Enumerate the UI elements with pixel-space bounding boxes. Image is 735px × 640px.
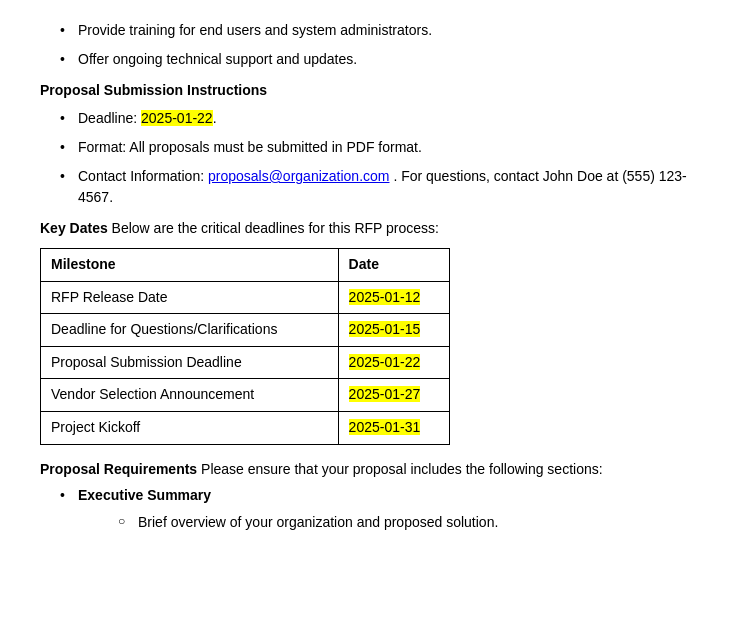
table-row: Project Kickoff2025-01-31	[41, 411, 450, 444]
proposal-requirements-intro: Proposal Requirements Please ensure that…	[40, 461, 695, 477]
date-highlight: 2025-01-31	[349, 419, 421, 435]
format-item: Format: All proposals must be submitted …	[60, 137, 695, 158]
table-row: Deadline for Questions/Clarifications202…	[41, 314, 450, 347]
date-highlight: 2025-01-15	[349, 321, 421, 337]
proposal-submission-heading: Proposal Submission Instructions	[40, 82, 695, 98]
exec-summary-label: Executive Summary	[78, 487, 211, 503]
list-item: Offer ongoing technical support and upda…	[60, 49, 695, 70]
milestone-cell: Proposal Submission Deadline	[41, 346, 339, 379]
key-dates-intro: Key Dates Below are the critical deadlin…	[40, 220, 695, 236]
deadline-period: .	[213, 110, 217, 126]
list-item: Provide training for end users and syste…	[60, 20, 695, 41]
table-col-date: Date	[338, 249, 449, 282]
proposal-requirements-section: Proposal Requirements Please ensure that…	[40, 461, 695, 533]
table-row: RFP Release Date2025-01-12	[41, 281, 450, 314]
key-dates-section: Key Dates Below are the critical deadlin…	[40, 220, 695, 445]
exec-summary-sub-list: Brief overview of your organization and …	[78, 512, 695, 533]
deadline-item: Deadline: 2025-01-22.	[60, 108, 695, 129]
proposal-requirements-heading: Proposal Requirements	[40, 461, 197, 477]
date-cell: 2025-01-27	[338, 379, 449, 412]
key-dates-intro-text: Below are the critical deadlines for thi…	[108, 220, 439, 236]
table-col-milestone: Milestone	[41, 249, 339, 282]
date-cell: 2025-01-12	[338, 281, 449, 314]
section-heading: Proposal Submission Instructions	[40, 82, 267, 98]
exec-summary-item: Executive Summary Brief overview of your…	[60, 485, 695, 533]
date-cell: 2025-01-31	[338, 411, 449, 444]
date-highlight: 2025-01-22	[349, 354, 421, 370]
proposal-requirements-intro-text: Please ensure that your proposal include…	[197, 461, 602, 477]
milestone-cell: RFP Release Date	[41, 281, 339, 314]
milestone-cell: Vendor Selection Announcement	[41, 379, 339, 412]
date-cell: 2025-01-15	[338, 314, 449, 347]
contact-label: Contact Information:	[78, 168, 204, 184]
contact-item: Contact Information: proposals@organizat…	[60, 166, 695, 208]
key-dates-heading: Key Dates	[40, 220, 108, 236]
contact-email-link[interactable]: proposals@organization.com	[208, 168, 390, 184]
date-cell: 2025-01-22	[338, 346, 449, 379]
table-row: Vendor Selection Announcement2025-01-27	[41, 379, 450, 412]
top-bullet-list: Provide training for end users and syste…	[40, 20, 695, 70]
proposal-requirements-list: Executive Summary Brief overview of your…	[40, 485, 695, 533]
proposal-submission-list: Deadline: 2025-01-22. Format: All propos…	[40, 108, 695, 208]
deadline-value: 2025-01-22	[141, 110, 213, 126]
date-highlight: 2025-01-12	[349, 289, 421, 305]
milestone-cell: Deadline for Questions/Clarifications	[41, 314, 339, 347]
date-highlight: 2025-01-27	[349, 386, 421, 402]
milestone-cell: Project Kickoff	[41, 411, 339, 444]
deadline-label: Deadline:	[78, 110, 137, 126]
key-dates-table: Milestone Date RFP Release Date2025-01-1…	[40, 248, 450, 445]
table-row: Proposal Submission Deadline2025-01-22	[41, 346, 450, 379]
exec-summary-sub-item: Brief overview of your organization and …	[118, 512, 695, 533]
